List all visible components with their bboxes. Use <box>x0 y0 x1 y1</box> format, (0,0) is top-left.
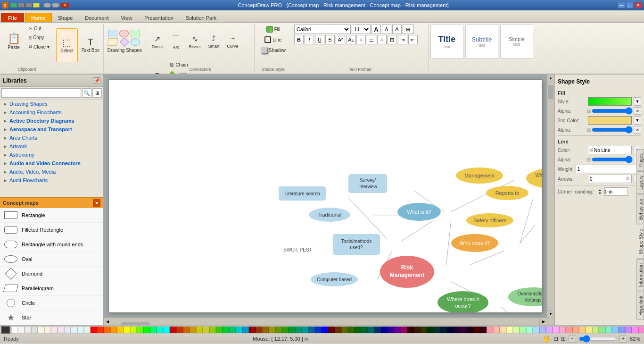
color-cell[interactable] <box>579 327 586 333</box>
color-cell[interactable] <box>533 327 539 333</box>
node-what-is-it[interactable]: What is it? <box>397 203 441 221</box>
lib-item-astronomy[interactable]: ▶ Astronomy <box>0 151 103 159</box>
minimize-btn[interactable]: — <box>618 2 625 8</box>
color-cell[interactable] <box>229 327 236 333</box>
tab-behaviour[interactable]: Behaviour <box>636 194 644 224</box>
color-cell[interactable] <box>130 327 137 333</box>
second-color-dropdown[interactable]: ▼ <box>634 116 641 125</box>
font-size-select[interactable]: 11 <box>352 25 371 34</box>
line-color-selector[interactable]: ⊠ No Line <box>588 146 632 154</box>
cut-button[interactable]: ✂ Cut <box>26 25 52 33</box>
node-management[interactable]: Management <box>456 168 503 184</box>
color-cell[interactable] <box>137 327 143 333</box>
color-cell[interactable] <box>335 327 341 333</box>
color-cell[interactable] <box>586 327 592 333</box>
color-cell[interactable] <box>414 327 421 333</box>
alpha-reset-1[interactable]: ✕ <box>634 107 641 115</box>
color-cell[interactable] <box>256 327 262 333</box>
font-color-btn[interactable]: A <box>392 25 402 34</box>
color-cell[interactable] <box>223 327 229 333</box>
corner-input[interactable] <box>604 187 628 196</box>
color-cell[interactable] <box>91 327 97 333</box>
no-color-btn[interactable] <box>1 326 10 334</box>
color-cell[interactable] <box>117 327 124 333</box>
tab-solution-park[interactable]: Solution Park <box>180 13 223 22</box>
color-cell[interactable] <box>500 327 506 333</box>
color-cell[interactable] <box>64 327 71 333</box>
color-cell[interactable] <box>38 327 44 333</box>
color-cell[interactable] <box>71 327 77 333</box>
color-cell[interactable] <box>421 327 427 333</box>
maximize-btn[interactable]: □ <box>626 2 634 8</box>
color-cell[interactable] <box>110 327 117 333</box>
simple-style-btn[interactable]: Simple text <box>500 25 533 59</box>
hand-tool-btn[interactable]: 🖐 <box>543 335 551 343</box>
color-cell[interactable] <box>553 327 559 333</box>
color-cell[interactable] <box>216 327 223 333</box>
color-cell[interactable] <box>473 327 480 333</box>
tab-pages[interactable]: Pages <box>636 149 644 171</box>
color-cell[interactable] <box>44 327 51 333</box>
corner-spin-up[interactable]: ▲ ▼ <box>598 188 602 195</box>
line-button[interactable]: Line <box>262 35 284 44</box>
tab-file[interactable]: File <box>1 13 24 22</box>
color-cell[interactable] <box>493 327 500 333</box>
clone-button[interactable]: ⧉ Clone ▾ <box>26 42 52 51</box>
alpha-reset-2[interactable]: ✕ <box>634 126 641 134</box>
color-cell[interactable] <box>625 327 632 333</box>
cm-header[interactable]: Concept maps ✕ <box>0 198 103 208</box>
font-family-select[interactable]: Calibri <box>294 25 351 34</box>
color-cell[interactable] <box>236 327 242 333</box>
drawing-shapes-button[interactable]: Drawing Shapes <box>106 25 143 59</box>
lib-item-accounting[interactable]: ▶ Accounting Flowcharts <box>0 108 103 117</box>
pin-btn[interactable]: 📌 <box>93 77 100 84</box>
zoom-in-btn[interactable]: + <box>619 335 627 343</box>
indent-btn[interactable]: ⇥ <box>398 35 407 44</box>
color-cell[interactable] <box>163 327 170 333</box>
color-cell[interactable] <box>18 327 25 333</box>
copy-button[interactable]: ⎘ Copy <box>26 34 52 42</box>
node-swot[interactable]: SWOT, PEST <box>278 244 318 255</box>
node-traditional[interactable]: Traditional <box>309 208 350 222</box>
color-cell[interactable] <box>97 327 104 333</box>
node-who-does-it[interactable]: Who does it? <box>451 234 498 252</box>
cm-close-btn[interactable]: ✕ <box>93 199 100 207</box>
node-overseas[interactable]: Overseas/localSettings <box>508 287 542 306</box>
shape-parallelogram[interactable]: Parallelogram <box>0 281 103 296</box>
tab-shape[interactable]: Shape <box>52 13 79 22</box>
color-cell[interactable] <box>454 327 460 333</box>
color-cell[interactable] <box>143 327 150 333</box>
color-cell[interactable] <box>341 327 348 333</box>
italic-btn[interactable]: I <box>305 35 314 44</box>
color-cell[interactable] <box>619 327 625 333</box>
color-cell[interactable] <box>170 327 176 333</box>
color-cell[interactable] <box>275 327 282 333</box>
color-cell[interactable] <box>183 327 190 333</box>
tab-home[interactable]: Home <box>25 13 52 22</box>
color-cell[interactable] <box>295 327 302 333</box>
color-cell[interactable] <box>487 327 493 333</box>
color-cell[interactable] <box>480 327 487 333</box>
shape-rectangle[interactable]: Rectangle <box>0 208 103 223</box>
font-more-btn[interactable]: ⊞ <box>403 25 414 34</box>
tab-information[interactable]: Information <box>636 259 644 291</box>
shape-round-ends-rectangle[interactable]: Rectangle with round ends <box>0 237 103 252</box>
color-cell[interactable] <box>262 327 269 333</box>
color-cell[interactable] <box>176 327 183 333</box>
zoom-out-btn[interactable]: − <box>569 335 576 343</box>
color-cell[interactable] <box>440 327 447 333</box>
alpha-slider-2[interactable] <box>592 127 633 133</box>
color-cell[interactable] <box>190 327 196 333</box>
color-cell[interactable] <box>31 327 38 333</box>
node-where-does-it[interactable]: Where does itoccur? <box>438 291 488 313</box>
direct-button[interactable]: ↗ Direct <box>148 25 166 59</box>
zoom-page-btn[interactable]: ⊞ <box>561 336 566 342</box>
canvas-area[interactable]: ▲ ▼ ◀ ▶ <box>104 75 554 325</box>
paste-button[interactable]: 📋 Paste <box>2 25 25 59</box>
strikethrough-btn[interactable]: S <box>325 35 335 44</box>
color-cell[interactable] <box>322 327 328 333</box>
fill-style-swatch[interactable] <box>588 97 632 106</box>
color-cell[interactable] <box>77 327 84 333</box>
bold-btn[interactable]: B <box>294 35 304 44</box>
align-right-btn[interactable]: ≡ <box>377 35 387 44</box>
